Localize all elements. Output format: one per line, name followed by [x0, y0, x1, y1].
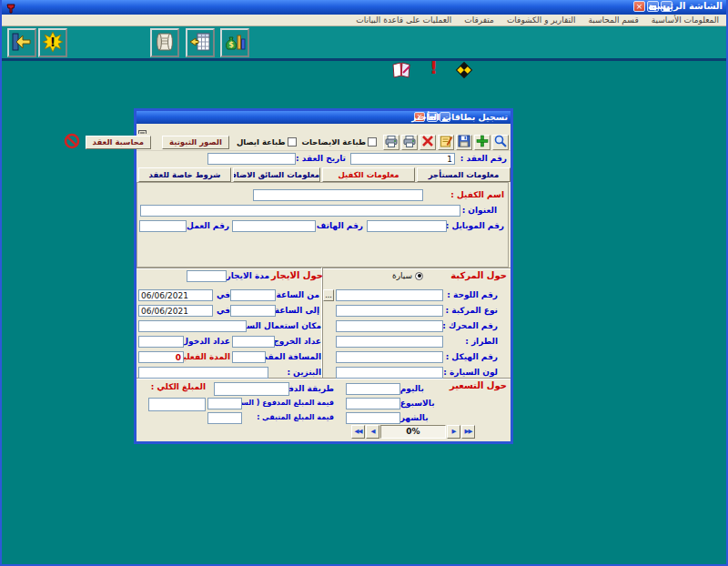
contract-number-label: رقم العقد : [460, 154, 507, 163]
dialog-title: تسجيل بطاقات التأجير [411, 112, 508, 122]
close-icon[interactable]: × [633, 1, 645, 12]
pricing-section-header: حول التسعير [450, 380, 507, 390]
work-number-input[interactable] [139, 220, 187, 232]
actual-duration-input[interactable] [138, 351, 184, 363]
block-icon [64, 133, 80, 152]
tab-extra-driver-info[interactable]: معلومات السائق الاضافي [233, 167, 320, 182]
nav-first-button[interactable]: ◀◀ [351, 425, 365, 439]
from-date-input[interactable] [138, 289, 213, 301]
car-radio-label: سيارة [392, 271, 412, 280]
paid-amount-input[interactable] [207, 398, 242, 409]
printer-icon [402, 134, 417, 151]
entry-odometer-label: عداد الدخول : [186, 337, 230, 346]
model-input[interactable] [336, 336, 443, 348]
dialog-titlebar: × تسجيل بطاقات التأجير [136, 111, 511, 124]
paid-amount-label: قيمة المبلغ المدفوع ( السلفة ) : [244, 399, 334, 407]
move-icon[interactable] [455, 61, 473, 83]
payment-method-label: طريقة الدفع : [291, 384, 334, 393]
contract-date-input[interactable] [207, 153, 296, 165]
tab-renter-info[interactable]: معلومات المستأجر [417, 167, 511, 182]
usage-place-input[interactable] [138, 320, 247, 332]
guarantor-name-input[interactable] [253, 189, 423, 201]
edit-button[interactable] [438, 135, 454, 150]
to-date-input[interactable] [138, 305, 213, 317]
address-input[interactable] [140, 205, 460, 217]
nav-prev-button[interactable]: ◀ [366, 425, 379, 439]
distance-input[interactable] [232, 351, 266, 363]
menu-basic-info[interactable]: المعلومات الأساسية [652, 15, 719, 25]
tab-guarantor-info[interactable]: معلومات الكفيل [322, 167, 415, 182]
alert-button[interactable]: ! [38, 28, 67, 57]
fuel-input[interactable] [138, 367, 268, 379]
distance-label: المسافة المقطوعة : [267, 352, 321, 361]
notes-icon[interactable] [391, 60, 411, 84]
actual-duration-label: المدة الفعلية : [186, 352, 230, 361]
to-hour-input[interactable] [230, 305, 276, 317]
id-photos-button[interactable]: الصور الثبوتية [162, 136, 229, 149]
print-receipt-button[interactable] [383, 135, 399, 150]
from-hour-input[interactable] [230, 289, 276, 301]
per-day-input[interactable] [346, 383, 400, 395]
chassis-number-input[interactable] [336, 351, 443, 363]
finance-button[interactable]: $ [220, 28, 249, 57]
print-receipt-checkbox-group: طباعة ايصال [237, 137, 297, 147]
search-button[interactable] [492, 135, 509, 150]
nav-next-button[interactable]: ▶ [447, 425, 460, 439]
car-color-input[interactable] [336, 367, 443, 379]
contracts-list-button[interactable] [150, 28, 179, 57]
from-on-label: في [217, 290, 230, 299]
per-month-input[interactable] [346, 412, 400, 424]
vehicle-type-label: نوع المركبة : [446, 306, 499, 315]
entry-odometer-input[interactable] [138, 336, 184, 348]
export-table-button[interactable] [186, 28, 215, 57]
payment-method-input[interactable] [214, 382, 289, 396]
delete-button[interactable] [420, 135, 436, 150]
menu-reports[interactable]: التقارير و الكشوفات [507, 15, 576, 25]
printer-icon [384, 134, 399, 151]
exit-button[interactable] [7, 28, 36, 57]
exit-odometer-label: عداد الخروج : [276, 337, 321, 346]
record-position-indicator: 0% [380, 425, 446, 439]
contract-number-input[interactable] [350, 153, 455, 165]
print-notes-checkbox[interactable] [368, 137, 377, 147]
engine-number-input[interactable] [336, 320, 443, 332]
total-amount-input[interactable] [148, 398, 206, 411]
contract-accounting-button[interactable]: محاسبة العقد [86, 136, 151, 149]
tab-special-conditions[interactable]: شروط خاصة للعقد [138, 167, 231, 182]
svg-text:$: $ [228, 41, 234, 49]
vehicle-type-input[interactable] [336, 305, 443, 317]
model-label: الطراز : [465, 337, 498, 346]
exclamation-icon[interactable]: ! [430, 56, 438, 78]
add-button[interactable] [474, 135, 490, 150]
remaining-amount-input[interactable] [207, 412, 242, 424]
plate-number-input[interactable] [336, 289, 443, 301]
block-button[interactable] [64, 135, 80, 150]
add-icon [475, 134, 490, 151]
print-receipt-checkbox[interactable] [288, 137, 297, 147]
plate-number-label: رقم اللوحة : [447, 290, 498, 299]
separator-line [321, 268, 323, 378]
menu-database-ops[interactable]: العمليات على قاعدة البيانات [356, 15, 451, 25]
edit-icon [439, 134, 453, 151]
dialog-icon-strip [136, 124, 511, 134]
menu-misc[interactable]: متفرقات [464, 15, 494, 25]
address-label: العنوان : [462, 206, 497, 215]
to-hour-label: إلى الساعة : [278, 306, 319, 315]
per-week-input[interactable] [346, 398, 400, 409]
plate-browse-button[interactable]: ... [323, 289, 334, 301]
guarantor-panel: اسم الكفيل : العنوان : رقم الموبايل : رق… [136, 182, 509, 268]
rental-duration-input[interactable] [187, 270, 227, 282]
menu-accounting[interactable]: قسم المحاسبة [588, 15, 638, 25]
work-number-label: رقم العمل : [188, 221, 229, 230]
svg-text:!: ! [50, 35, 56, 49]
rental-section-header: حول الايجار [271, 270, 323, 280]
exit-odometer-input[interactable] [232, 336, 275, 348]
car-radio-group[interactable]: سيارة [392, 271, 423, 280]
mobile-input[interactable] [367, 220, 447, 232]
phone-input[interactable] [232, 220, 316, 232]
save-button[interactable] [456, 135, 472, 150]
menu-bar: المعلومات الأساسية قسم المحاسبة التقارير… [2, 15, 726, 26]
nav-last-button[interactable]: ▶▶ [461, 425, 475, 439]
print-button[interactable] [401, 135, 418, 150]
car-radio[interactable] [415, 272, 423, 280]
